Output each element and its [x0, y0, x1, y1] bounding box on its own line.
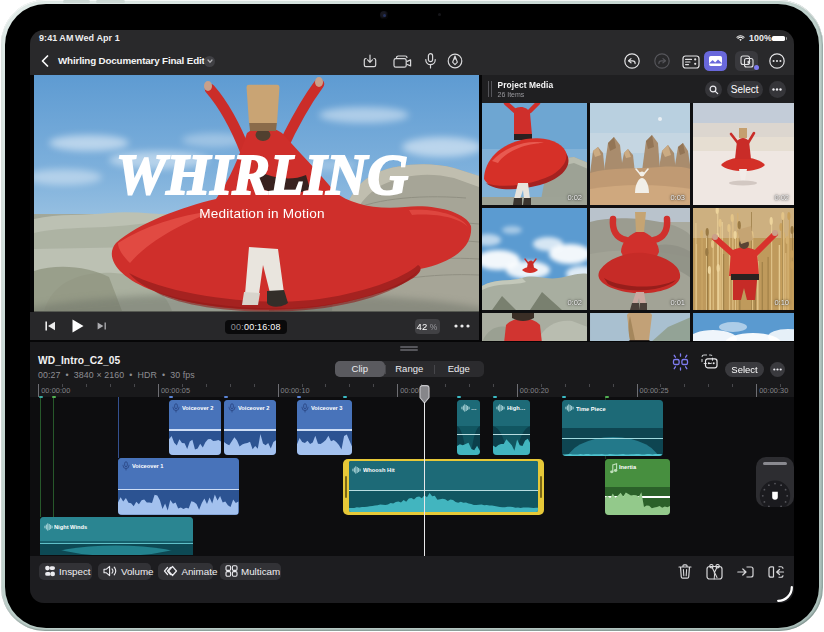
svg-text:Meditation in Motion: Meditation in Motion [199, 206, 325, 221]
svg-text:WHIRLING: WHIRLING [116, 144, 408, 206]
